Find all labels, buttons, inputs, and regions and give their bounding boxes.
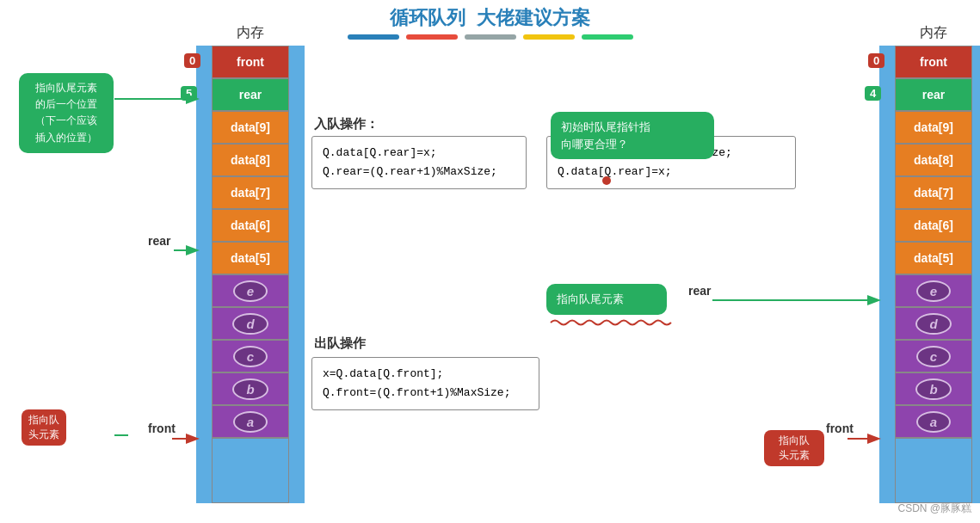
color-bar [0, 34, 980, 40]
right-cell-a: a [895, 405, 972, 438]
left-memory-section: 内存 front rear data[9] data[8] data[7] da… [196, 24, 305, 503]
right-bottom-wrapper [879, 438, 980, 503]
right-bottom-badge: 指向队 头元素 [764, 430, 824, 466]
left-cell-d: d [212, 307, 289, 340]
right-memory-wrapper: front rear data[9] data[8] data[7] data[… [879, 46, 980, 438]
right-cell-data6: data[6] [895, 209, 972, 242]
left-index-0: 0 [184, 53, 200, 68]
left-bottom-badge: 指向队 头元素 [22, 409, 66, 446]
code-line-1a: Q.data[Q.rear]=x; [323, 144, 515, 163]
left-memory-label: 内存 [196, 24, 305, 42]
left-side-bar-left [196, 46, 212, 438]
right-index-0: 0 [868, 53, 884, 68]
arrows-svg [0, 0, 980, 523]
left-cell-data7: data[7] [212, 176, 289, 209]
right-cell-b: b [895, 372, 972, 405]
color-bar-yellow [523, 34, 575, 40]
rear-label-right: rear [688, 284, 711, 298]
color-bar-green [582, 34, 633, 40]
left-cell-b: b [212, 372, 289, 405]
right-side-bar-left [879, 46, 895, 438]
left-cell-e: e [212, 274, 289, 307]
left-cell-a: a [212, 405, 289, 438]
page-wrapper: 循环队列 大佬建议方案 内存 front rear data[9] data[8… [0, 0, 980, 523]
left-callout: 指向队尾元素 的后一个位置 （下一个应该 插入的位置） [19, 73, 114, 153]
right-index-4: 4 [865, 86, 881, 101]
code-line-3b: Q.front=(Q.front+1)%MaxSize; [323, 384, 528, 403]
watermark: CSDN @豚豚糕 [897, 501, 971, 516]
oval-c-left: c [233, 346, 268, 367]
right-memory-label: 内存 [879, 24, 980, 42]
oval-d-left: d [232, 313, 268, 335]
right-cell-data5: data[5] [895, 242, 972, 274]
oval-a-left: a [233, 411, 268, 433]
oval-e-left: e [233, 280, 268, 302]
code-line-2b: Q.data[Q.rear]=x; [558, 163, 785, 182]
left-memory-column: front rear data[9] data[8] data[7] data[… [212, 46, 289, 438]
color-bar-blue [348, 34, 399, 40]
rear-label-left: rear [148, 234, 170, 248]
speech-bubble-1: 初始时队尾指针指 向哪更合理？ [551, 112, 714, 159]
left-bottom-wrapper [196, 438, 305, 503]
oval-c-right: c [916, 346, 951, 367]
oval-e-right: e [916, 280, 951, 302]
left-bottom-empty [212, 438, 289, 503]
code-line-1b: Q.rear=(Q.rear+1)%MaxSize; [323, 163, 515, 182]
right-bottom-empty [895, 438, 972, 503]
right-memory-column: front rear data[9] data[8] data[7] data[… [895, 46, 972, 438]
left-cell-rear: rear [212, 78, 289, 111]
left-bottom-side-right [289, 438, 305, 503]
right-cell-e: e [895, 274, 972, 307]
left-cell-front: front [212, 46, 289, 78]
code-box-1: Q.data[Q.rear]=x; Q.rear=(Q.rear+1)%MaxS… [311, 136, 527, 189]
enqueue-label: 入队操作： [314, 116, 379, 132]
right-cell-data7: data[7] [895, 176, 972, 209]
right-cell-c: c [895, 340, 972, 372]
right-cell-data8: data[8] [895, 144, 972, 176]
oval-a-right: a [916, 411, 951, 433]
right-cell-front: front [895, 46, 972, 78]
page-title: 循环队列 大佬建议方案 [0, 5, 980, 31]
speech-bubble-2: 指向队尾元素 [546, 284, 667, 315]
front-label-left: front [148, 421, 176, 435]
left-cell-data5: data[5] [212, 242, 289, 274]
right-memory-section: 内存 front rear data[9] data[8] data[7] da… [879, 24, 980, 503]
left-index-5: 5 [181, 86, 197, 101]
oval-b-left: b [232, 378, 268, 400]
right-cell-data9: data[9] [895, 111, 972, 144]
code-box-3: x=Q.data[Q.front]; Q.front=(Q.front+1)%M… [311, 357, 539, 410]
left-cell-c: c [212, 340, 289, 372]
right-bottom-side-right [972, 438, 980, 503]
oval-b-right: b [915, 378, 951, 400]
left-bottom-side-left [196, 438, 212, 503]
right-cell-rear: rear [895, 78, 972, 111]
color-bar-gray [465, 34, 516, 40]
oval-d-right: d [915, 313, 951, 335]
front-label-right: front [826, 421, 854, 435]
right-cell-d: d [895, 307, 972, 340]
left-cell-data8: data[8] [212, 144, 289, 176]
left-cell-data6: data[6] [212, 209, 289, 242]
dequeue-label: 出队操作 [314, 335, 366, 352]
title-area: 循环队列 大佬建议方案 [0, 0, 980, 40]
code-line-3a: x=Q.data[Q.front]; [323, 365, 528, 384]
red-dot [602, 176, 611, 185]
left-cell-data9: data[9] [212, 111, 289, 144]
color-bar-red [406, 34, 458, 40]
right-bottom-side-left [879, 438, 895, 503]
left-side-bar-right [289, 46, 305, 438]
right-side-bar-right [972, 46, 980, 438]
left-memory-wrapper: front rear data[9] data[8] data[7] data[… [196, 46, 305, 438]
